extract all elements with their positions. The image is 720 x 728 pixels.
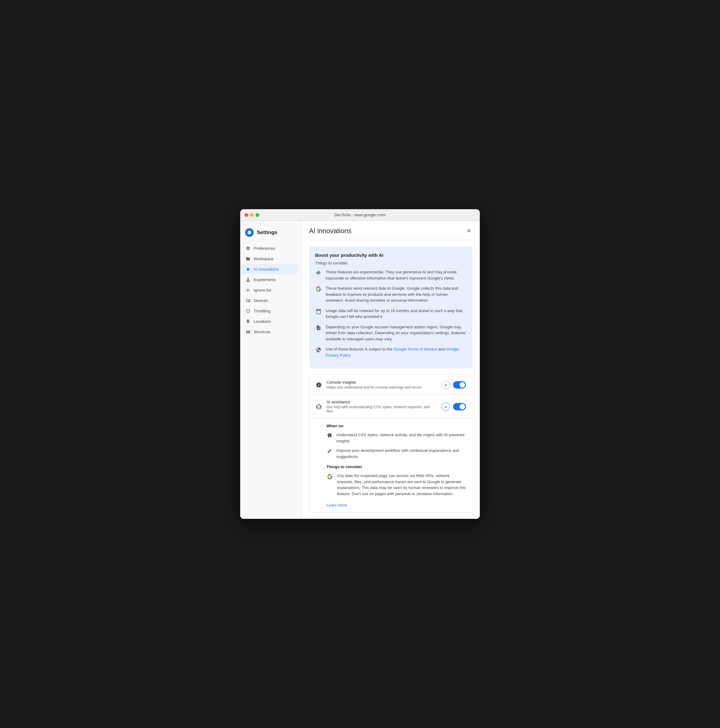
sidebar-item-shortcuts[interactable]: Shortcuts [240, 327, 301, 337]
learn-more-link[interactable]: Learn more [327, 500, 466, 508]
sidebar-item-label-preferences: Preferences [254, 246, 275, 251]
titlebar: DevTools - www.google.com/ [240, 209, 480, 221]
tos-link[interactable]: Google Terms of Service [393, 347, 437, 352]
sidebar-item-experiments[interactable]: Experiments [240, 274, 301, 285]
info-item-text-retention: Usage data will be retained for up to 18… [326, 308, 466, 320]
console-insights-info: Console Insights Helps you understand an… [327, 380, 437, 390]
ai-assistance-chevron[interactable]: ∧ [442, 402, 450, 411]
content-area: Settings Preferences Workspace [240, 221, 480, 519]
maximize-traffic-light[interactable] [255, 213, 259, 217]
svg-text:⚗: ⚗ [316, 272, 318, 275]
when-on-text-2: Improve your development workflow with c… [336, 448, 466, 460]
when-on-item-1: Understand CSS styles, network activity,… [327, 432, 466, 444]
traffic-lights [245, 213, 259, 217]
sidebar-item-label-devices: Devices [254, 298, 268, 303]
shield-icon [315, 347, 322, 353]
minimize-traffic-light[interactable] [250, 213, 254, 217]
settings-window: DevTools - www.google.com/ Settings [240, 209, 480, 519]
info-item-data-send: These features send relevant data to Goo… [315, 285, 466, 303]
ai-assistance-toggle[interactable] [453, 403, 466, 410]
page-title: AI innovations [309, 227, 352, 235]
locations-icon [245, 318, 251, 324]
things-to-consider-label: Things to consider [327, 465, 466, 469]
info-item-retention: Usage data will be retained for up to 18… [315, 308, 466, 320]
console-insights-desc: Helps you understand and fix console war… [327, 385, 437, 390]
calendar-icon [315, 308, 322, 315]
sidebar-header: Settings [240, 226, 301, 243]
sidebar-title: Settings [257, 229, 277, 236]
info-box-title: Boost your productivity with AI [315, 252, 466, 258]
sidebar-item-label-experiments: Experiments [254, 277, 276, 282]
sidebar-item-devices[interactable]: Devices [240, 295, 301, 306]
ai-assistance-row: AI assistance Get help with understandin… [309, 395, 472, 419]
titlebar-title: DevTools - www.google.com/ [335, 213, 386, 217]
google-icon-1 [315, 286, 322, 292]
experiments-icon [245, 277, 251, 282]
ai-assistance-desc: Get help with understanding CSS styles, … [327, 405, 437, 413]
when-on-item-2: Improve your development workflow with c… [327, 448, 466, 460]
ai-assistance-icon [315, 403, 322, 410]
sidebar-item-locations[interactable]: Locations [240, 316, 301, 327]
document-icon [315, 324, 322, 331]
main-content: AI innovations ✕ Boost your productivity… [302, 221, 480, 519]
sidebar-item-label-throttling: Throttling [254, 309, 270, 313]
things-to-consider-text-1: Any data the inspected page can access v… [337, 473, 466, 497]
sidebar: Settings Preferences Workspace [240, 221, 302, 519]
settings-icon [245, 228, 254, 237]
sidebar-item-label-shortcuts: Shortcuts [254, 330, 271, 334]
info-item-text-terms: Use of these features is subject to the … [326, 346, 466, 358]
sidebar-item-throttling[interactable]: Throttling [240, 306, 301, 316]
sidebar-item-label-workspace: Workspace [254, 257, 274, 261]
sidebar-item-label-locations: Locations [254, 319, 271, 324]
throttling-icon [245, 308, 251, 314]
console-insights-chevron[interactable]: ∨ [442, 381, 450, 389]
console-insights-controls: ∨ [442, 381, 466, 389]
workspace-icon [245, 256, 251, 262]
privacy-link[interactable]: Google Privacy Policy [326, 347, 459, 358]
experimental-icon: ⚗ [315, 269, 322, 276]
ai-assistance-info: AI assistance Get help with understandin… [327, 400, 437, 413]
things-to-consider-item-1: Any data the inspected page can access v… [327, 473, 466, 497]
info-circle-icon [327, 432, 333, 438]
info-item-account: Depending on your Google account managem… [315, 324, 466, 342]
features-box: Console Insights Helps you understand an… [309, 375, 472, 513]
close-traffic-light[interactable] [245, 213, 248, 217]
sidebar-item-preferences[interactable]: Preferences [240, 243, 301, 254]
shortcuts-icon [245, 329, 251, 335]
info-box-subtitle: Things to consider [315, 261, 466, 265]
close-button[interactable]: ✕ [465, 227, 472, 235]
main-header: AI innovations ✕ [309, 227, 472, 240]
sidebar-item-ignore-list[interactable]: Ignore list [240, 285, 301, 295]
console-insights-toggle[interactable] [453, 381, 466, 388]
devices-icon [245, 298, 251, 303]
google-icon-2 [327, 473, 333, 480]
console-insights-title: Console Insights [327, 380, 437, 385]
preferences-icon [245, 245, 251, 251]
ai-assistance-title: AI assistance [327, 400, 437, 404]
pencil-icon [327, 448, 333, 454]
info-item-text-experimental: These features are experimental. They us… [326, 269, 466, 281]
info-item-text-data-send: These features send relevant data to Goo… [326, 285, 466, 303]
sidebar-item-workspace[interactable]: Workspace [240, 254, 301, 264]
ai-info-box: Boost your productivity with AI Things t… [309, 246, 472, 369]
info-item-experimental: ⚗ These features are experimental. They … [315, 269, 466, 281]
ai-innovations-icon [245, 266, 251, 272]
ai-assistance-controls: ∧ [442, 402, 466, 411]
info-item-terms: Use of these features is subject to the … [315, 346, 466, 358]
sidebar-item-ai-innovations[interactable]: AI innovations [240, 264, 299, 274]
console-insights-icon [315, 381, 322, 388]
when-on-label: When on [327, 424, 466, 428]
sidebar-item-label-ignore-list: Ignore list [254, 288, 271, 292]
when-on-text-1: Understand CSS styles, network activity,… [336, 432, 466, 444]
ignore-list-icon [245, 287, 251, 293]
sidebar-item-label-ai-innovations: AI innovations [254, 267, 279, 272]
console-insights-row: Console Insights Helps you understand an… [309, 375, 472, 395]
info-item-text-account: Depending on your Google account managem… [326, 324, 466, 342]
expanded-when-on: When on Understand CSS styles, network a… [309, 419, 472, 512]
